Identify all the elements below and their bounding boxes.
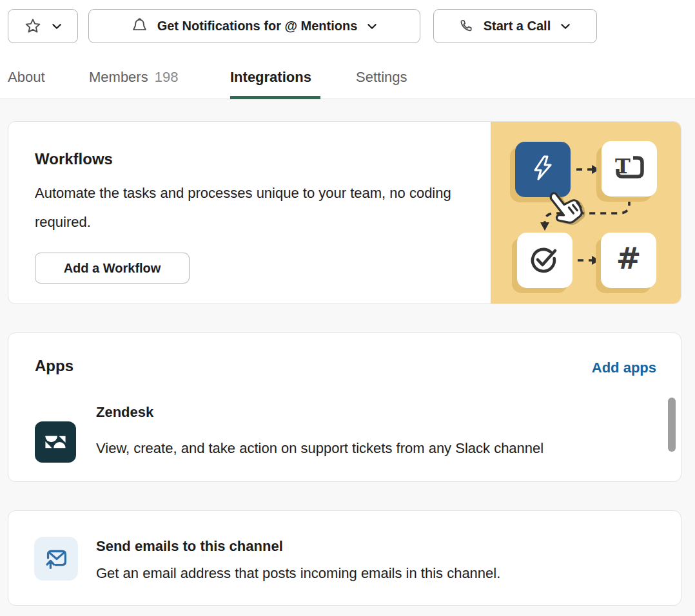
workflows-description: Automate the tasks and processes unique …: [35, 178, 467, 236]
apps-title: Apps: [35, 357, 73, 375]
hand-cursor-icon: [546, 182, 590, 231]
add-apps-link[interactable]: Add apps: [592, 360, 656, 376]
email-card-title: Send emails to this channel: [96, 538, 283, 555]
chevron-down-icon: [51, 21, 63, 32]
check-circle-icon: [527, 241, 563, 280]
star-icon: [24, 17, 42, 35]
zendesk-logo: [41, 428, 70, 456]
members-count: 198: [155, 69, 179, 85]
svg-text:#: #: [616, 241, 641, 276]
notifications-button-label: Get Notifications for @ Mentions: [157, 19, 358, 34]
workflow-channel-tile: #: [601, 233, 656, 288]
channel-hash-icon: #: [611, 241, 647, 280]
call-button-label: Start a Call: [484, 19, 551, 34]
bell-icon: [131, 17, 148, 35]
workflow-approve-tile: [517, 233, 573, 288]
active-tab-underline: [230, 96, 320, 99]
zendesk-app-icon: [35, 421, 76, 463]
workflows-card: Workflows Automate the tasks and process…: [8, 121, 681, 304]
app-name: Zendesk: [96, 404, 153, 421]
apps-scrollbar[interactable]: [668, 398, 676, 452]
chevron-down-icon: [366, 21, 378, 32]
start-call-button[interactable]: Start a Call: [433, 9, 597, 43]
send-emails-card[interactable]: Send emails to this channel Get an email…: [8, 510, 681, 606]
add-workflow-button[interactable]: Add a Workflow: [35, 253, 190, 284]
tab-about[interactable]: About: [8, 69, 45, 86]
star-channel-button[interactable]: [8, 9, 78, 43]
text-step-icon: T: [609, 147, 650, 191]
channel-details-header: Get Notifications for @ Mentions Start a…: [0, 0, 695, 99]
workflow-form-tile: T: [602, 141, 657, 197]
get-notifications-button[interactable]: Get Notifications for @ Mentions: [88, 9, 420, 43]
workflows-title: Workflows: [35, 150, 113, 168]
workflows-illustration: T #: [491, 122, 681, 303]
email-icon: [34, 537, 78, 581]
email-card-description: Get an email address that posts incoming…: [96, 565, 500, 582]
chevron-down-icon: [560, 21, 571, 32]
tab-members[interactable]: Members198: [89, 69, 178, 86]
tab-settings[interactable]: Settings: [356, 69, 407, 86]
app-description: View, create, and take action on support…: [96, 434, 663, 470]
apps-card: Apps Add apps Zendesk View, create, and …: [8, 332, 681, 482]
tab-integrations[interactable]: Integrations: [230, 69, 311, 86]
phone-icon: [459, 19, 475, 34]
